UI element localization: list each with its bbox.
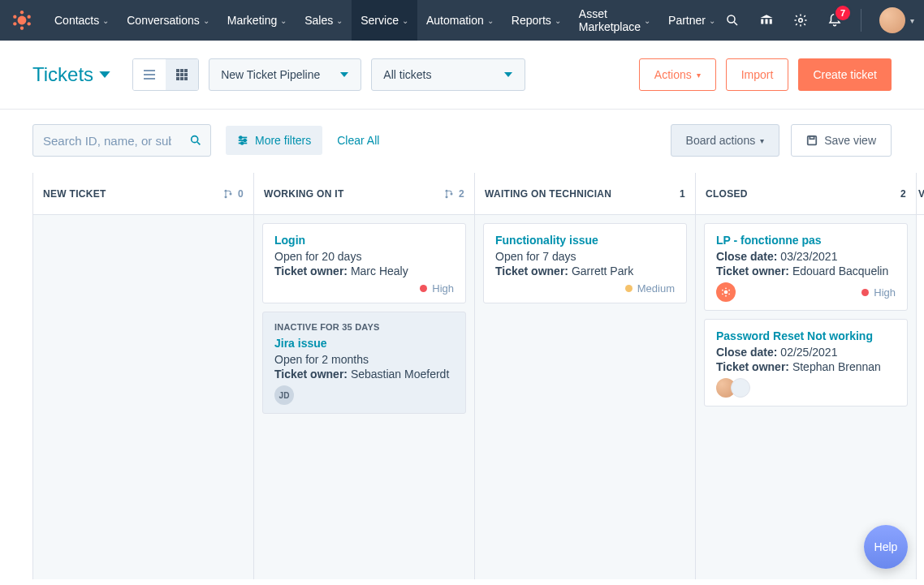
card-footer: Medium [495,282,675,295]
kanban-board: NEW TICKET0WORKING ON IT2LoginOpen for 2… [32,173,924,579]
chevron-down-icon: ⌄ [709,16,715,25]
filter-bar: More filters Clear All Board actions ▾ S… [0,110,924,173]
nav-item-label: Service [361,14,399,27]
svg-rect-9 [761,19,763,24]
chevron-down-icon: ▾ [910,16,914,25]
nav-item-label: Conversations [127,14,200,27]
more-filters-button[interactable]: More filters [226,126,322,155]
import-label: Import [741,68,774,81]
nav-item-partner[interactable]: Partner⌄ [659,0,724,41]
pipeline-select[interactable]: New Ticket Pipeline [209,58,361,91]
svg-point-38 [446,189,448,191]
ticket-title[interactable]: Functionality issue [495,234,675,247]
ticket-card[interactable]: Functionality issueOpen for 7 daysTicket… [483,223,687,303]
actions-button[interactable]: Actions ▾ [639,58,716,91]
assignee-chip-extra [731,378,750,398]
hubspot-logo-icon[interactable] [11,10,32,31]
svg-point-47 [722,290,723,291]
column-header[interactable]: NEW TICKET0 [33,173,253,215]
filter-select-value: All tickets [383,68,431,81]
card-footer: JD [274,385,454,405]
settings-gear-icon[interactable] [792,12,809,28]
sub-toolbar-right: Actions ▾ Import Create ticket [639,58,892,91]
ticket-open-line: Open for 7 days [495,250,675,263]
nav-separator [861,9,861,32]
svg-point-45 [725,295,727,297]
branch-icon [444,189,454,199]
nav-item-label: Contacts [54,14,99,27]
filter-bar-right: Board actions ▾ Save view [671,124,892,157]
help-button[interactable]: Help [864,525,908,569]
svg-point-2 [28,15,31,19]
nav-item-service[interactable]: Service⌄ [352,0,417,41]
svg-rect-17 [180,69,184,72]
nav-item-conversations[interactable]: Conversations⌄ [118,0,218,41]
svg-rect-20 [180,73,184,76]
svg-rect-18 [184,69,188,72]
board-actions-button[interactable]: Board actions ▾ [671,124,780,157]
priority-tag: High [420,282,454,295]
ticket-card[interactable]: INACTIVE FOR 35 DAYSJira issueOpen for 2… [262,312,466,414]
caret-down-icon [98,68,111,81]
ticket-owner-line: Ticket owner: Marc Healy [274,265,454,277]
chevron-down-icon: ⌄ [555,16,561,25]
column-branch-count: 0 [223,188,244,200]
ticket-title[interactable]: Password Reset Not working [716,329,896,342]
marketplace-icon[interactable] [758,12,775,28]
svg-rect-14 [144,74,155,75]
nav-item-reports[interactable]: Reports⌄ [503,0,570,41]
search-icon[interactable] [724,12,740,28]
list-view-button[interactable] [133,59,166,90]
column-title: NEW TICKET [43,188,106,200]
nav-item-label: Asset Marketplace [579,7,641,33]
column-body: LoginOpen for 20 daysTicket owner: Marc … [254,215,474,422]
sub-toolbar: Tickets New Ticket Pipeline All tickets … [0,41,924,110]
chevron-down-icon: ⌄ [102,16,109,25]
view-toggle [132,58,199,91]
column-title: WAITING ON TECHNICIAN [485,188,611,200]
nav-item-asset-marketplace[interactable]: Asset Marketplace⌄ [570,0,659,41]
ticket-open-line: Open for 20 days [274,250,454,263]
svg-point-4 [20,27,24,30]
nav-items: Contacts⌄Conversations⌄Marketing⌄Sales⌄S… [45,0,724,41]
svg-rect-21 [184,73,188,76]
nav-item-contacts[interactable]: Contacts⌄ [45,0,118,41]
board-view-button[interactable] [166,59,198,90]
svg-point-7 [728,15,735,23]
svg-point-6 [13,15,16,19]
nav-item-automation[interactable]: Automation⌄ [417,0,503,41]
chevron-down-icon: ⌄ [487,16,494,25]
search-button[interactable] [181,125,210,156]
filter-select[interactable]: All tickets [371,58,525,91]
priority-dot-icon [861,289,869,296]
save-view-label: Save view [824,134,876,147]
ticket-title[interactable]: Jira issue [274,337,454,350]
svg-point-32 [241,142,244,144]
account-menu[interactable]: ▾ [879,7,914,33]
nav-item-sales[interactable]: Sales⌄ [296,0,352,41]
column-header[interactable]: WORKING ON IT2 [254,173,474,215]
clear-all-link[interactable]: Clear All [337,134,379,147]
notification-badge: 7 [835,6,850,20]
import-button[interactable]: Import [726,58,789,91]
notifications-bell-icon[interactable]: 7 [827,12,843,28]
ticket-card[interactable]: LP - fonctionne pasClose date: 03/23/202… [704,223,908,311]
svg-point-3 [28,22,31,25]
save-view-button[interactable]: Save view [791,124,892,157]
column-header[interactable]: CLOSED2 [696,173,916,215]
svg-rect-33 [808,136,817,145]
ticket-card[interactable]: LoginOpen for 20 daysTicket owner: Marc … [262,223,466,303]
svg-rect-34 [810,136,814,140]
page-title-dropdown[interactable]: Tickets [32,63,111,86]
svg-point-41 [724,290,728,295]
ticket-title[interactable]: Login [274,234,454,247]
ticket-title[interactable]: LP - fonctionne pas [716,234,896,247]
ticket-card[interactable]: Password Reset Not workingClose date: 02… [704,319,908,406]
search-input[interactable] [33,134,181,148]
caret-down-icon [339,70,349,80]
column-header[interactable]: WAITING ON TECHNICIAN1 [475,173,695,215]
column-header: V [917,173,924,215]
nav-item-marketing[interactable]: Marketing⌄ [218,0,296,41]
svg-point-36 [225,196,227,198]
create-ticket-button[interactable]: Create ticket [798,58,892,91]
